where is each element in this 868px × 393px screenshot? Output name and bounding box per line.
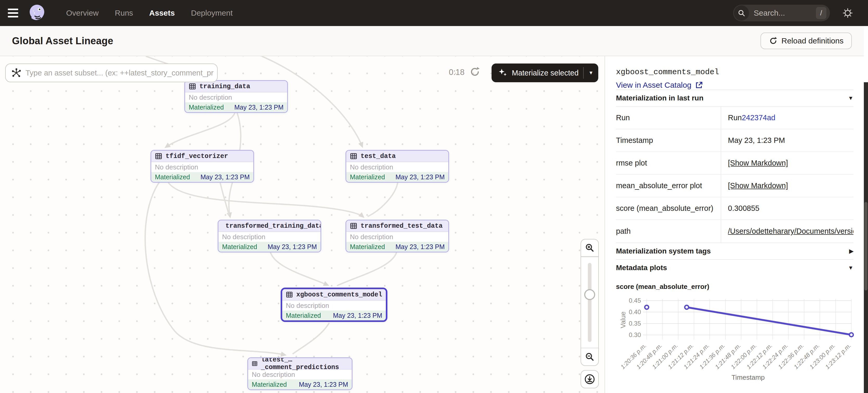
asset-subset-filter[interactable] [5, 64, 218, 82]
asset-name: transformed_training_data [225, 222, 321, 230]
asset-node-transformed_training_data[interactable]: transformed_training_dataNo descriptionM… [218, 220, 321, 253]
chevron-down-icon: ▼ [848, 265, 854, 271]
materialization-time[interactable]: May 23, 1:23 PM [299, 381, 348, 388]
materialization-time[interactable]: May 23, 1:23 PM [396, 173, 445, 181]
graph-refresh-icon[interactable] [469, 66, 480, 77]
asset-node-test_data[interactable]: test_dataNo descriptionMaterializedMay 2… [345, 150, 449, 183]
refresh-timer: 0:18 [449, 68, 464, 77]
asset-node-transformed_test_data[interactable]: transformed_test_dataNo descriptionMater… [345, 220, 449, 253]
asset-status-row: MaterializedMay 23, 1:23 PM [282, 310, 386, 320]
asset-description: No description [185, 92, 287, 102]
section-materialization-system-tags[interactable]: Materialization system tags ▶ [616, 242, 854, 259]
metadata-row-path: path/Users/odetteharary/Documents/versio… [616, 220, 854, 242]
chart-title: score (mean_absolute_error) [616, 283, 854, 291]
nav-tab-assets[interactable]: Assets [149, 9, 175, 18]
section-metadata-plots[interactable]: Metadata plots ▼ [616, 259, 854, 276]
settings-gear-icon[interactable] [842, 7, 854, 19]
nav-tab-overview[interactable]: Overview [66, 9, 99, 18]
status-badge: Materialized [350, 173, 385, 181]
zoom-slider-thumb[interactable] [584, 289, 595, 300]
status-badge: Materialized [286, 312, 321, 319]
value-link[interactable]: [Show Markdown] [728, 159, 788, 167]
nav-tab-deployment[interactable]: Deployment [191, 9, 232, 18]
zoom-slider[interactable] [581, 257, 598, 348]
metadata-key: mean_absolute_error plot [616, 175, 721, 197]
asset-node-header: training_data [185, 81, 287, 92]
value-text: 0.300855 [728, 204, 760, 212]
materialization-time[interactable]: May 23, 1:23 PM [200, 173, 250, 181]
status-badge: Materialized [222, 243, 257, 251]
asset-node-latest_-_comment_predictions[interactable]: latest_…_comment_predictionsNo descripti… [247, 357, 352, 390]
data-point[interactable] [849, 333, 854, 337]
edge-xgboost_comments_model-to-latest_…_comment_predictions [292, 323, 329, 354]
zoom-controls [581, 239, 599, 366]
materialize-selected-button[interactable]: Materialize selected ▼ [492, 64, 598, 82]
data-point[interactable] [645, 305, 649, 309]
refresh-icon [769, 36, 778, 45]
asset-node-header: latest_…_comment_predictions [248, 358, 352, 369]
asset-node-header: transformed_test_data [346, 221, 448, 232]
zoom-in-button[interactable] [581, 239, 598, 257]
materialize-dropdown-caret[interactable]: ▼ [584, 70, 598, 76]
search-placeholder: Search... [754, 9, 785, 18]
asset-status-row: MaterializedMay 23, 1:23 PM [346, 172, 448, 182]
asset-status-row: MaterializedMay 23, 1:23 PM [218, 242, 320, 252]
asset-name: latest_…_comment_predictions [261, 357, 348, 371]
table-icon [155, 153, 162, 160]
asset-node-training_data[interactable]: training_dataNo descriptionMaterializedM… [184, 80, 288, 113]
chevron-down-icon: ▼ [848, 95, 854, 101]
value-link[interactable]: 242374ad [742, 113, 775, 122]
asset-description: No description [218, 232, 320, 242]
asset-status-row: MaterializedMay 23, 1:23 PM [151, 172, 253, 182]
external-link-icon [695, 81, 703, 89]
asset-status-row: MaterializedMay 23, 1:23 PM [346, 242, 448, 252]
hamburger-menu-icon[interactable] [8, 6, 18, 20]
materialization-time[interactable]: May 23, 1:23 PM [268, 243, 317, 251]
asset-name: test_data [361, 153, 396, 160]
sparkle-icon [498, 68, 508, 78]
edge-training_data-to-tfidf_vectorizer [165, 112, 235, 147]
page-header: Global Asset Lineage Reload definitions [0, 26, 864, 56]
download-graph-button[interactable] [581, 370, 599, 388]
value-link[interactable]: [Show Markdown] [728, 182, 788, 190]
metadata-row-rmse-plot: rmse plot[Show Markdown] [616, 152, 854, 175]
asset-name: training_data [199, 83, 250, 90]
dagster-logo[interactable] [27, 3, 47, 23]
chevron-right-icon: ▶ [849, 248, 854, 254]
table-icon [252, 360, 257, 367]
asset-description: No description [346, 232, 448, 242]
scrollbar-thumb[interactable] [864, 202, 867, 290]
value-link[interactable]: /Users/odetteharary/Documents/version [728, 227, 854, 235]
asset-node-xgboost_comments_model[interactable]: xgboost_comments_modelNo descriptionMate… [281, 288, 388, 322]
global-search[interactable]: Search... / [733, 5, 830, 21]
metadata-value: 0.300855 [721, 197, 854, 220]
asset-name: tfidf_vectorizer [165, 153, 228, 160]
zoom-slider-track [588, 263, 591, 342]
lineage-canvas[interactable]: training_dataNo descriptionMaterializedM… [0, 56, 605, 393]
score-line-chart: 0.450.400.350.30Value1:20:36 p.m.1:20:48… [616, 294, 854, 393]
asset-node-header: test_data [346, 151, 448, 162]
zoom-out-button[interactable] [581, 348, 598, 365]
materialization-time[interactable]: May 23, 1:23 PM [234, 104, 283, 111]
asset-node-tfidf_vectorizer[interactable]: tfidf_vectorizerNo descriptionMaterializ… [151, 150, 254, 183]
svg-text:0.30: 0.30 [629, 331, 641, 338]
page-scrollbar[interactable] [864, 82, 868, 393]
materialization-time[interactable]: May 23, 1:23 PM [396, 243, 445, 251]
view-in-asset-catalog-link[interactable]: View in Asset Catalog [616, 81, 703, 90]
asset-description: No description [282, 301, 386, 310]
nav-links: OverviewRunsAssetsDeployment [66, 9, 233, 18]
status-badge: Materialized [350, 243, 385, 251]
asset-title: xgboost_comments_model [616, 68, 854, 76]
reload-definitions-button[interactable]: Reload definitions [761, 33, 852, 49]
asset-subset-input[interactable] [26, 69, 217, 77]
zoom-out-icon [585, 352, 595, 362]
svg-text:Value: Value [619, 312, 627, 328]
data-point[interactable] [685, 305, 689, 309]
materialization-time[interactable]: May 23, 1:23 PM [333, 312, 382, 319]
table-icon [350, 222, 357, 230]
table-icon [350, 153, 357, 160]
metadata-key: score (mean_absolute_error) [616, 197, 721, 220]
svg-text:0.35: 0.35 [629, 320, 641, 327]
nav-tab-runs[interactable]: Runs [115, 9, 133, 18]
section-materialization-last-run[interactable]: Materialization in last run ▼ [616, 90, 854, 106]
